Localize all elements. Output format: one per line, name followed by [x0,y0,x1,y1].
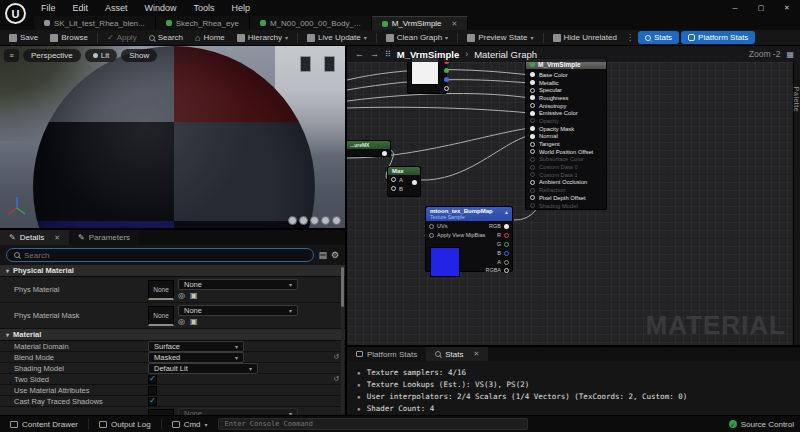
show-flags-button[interactable]: Show [121,49,157,62]
input-pin-mipbias[interactable] [429,233,434,238]
tab-parameters[interactable]: ✎ Parameters [69,230,139,245]
preview-state-button[interactable]: Preview State [462,31,538,44]
section-material[interactable]: ▾Material [0,329,345,341]
tab-m-vrmsimple[interactable]: M_VrmSimple ✕ [372,16,469,30]
output-pin-b[interactable] [504,251,509,256]
source-control-button[interactable]: Source Control [741,420,794,429]
section-physical-material[interactable]: ▾Physical Material [0,265,345,277]
menu-asset[interactable]: Asset [98,1,135,15]
clean-graph-button[interactable]: Clean Graph [381,31,453,44]
close-window-button[interactable]: ✕ [774,1,800,15]
custom-mesh-preview-button[interactable] [332,216,341,225]
output-pin-a[interactable] [504,260,509,265]
close-stats-icon[interactable]: ✕ [473,350,479,358]
use-selected-asset-icon[interactable]: ◎ [178,292,185,300]
tab-details[interactable]: ✎ Details ✕ [0,230,69,245]
console-command-box[interactable] [218,418,528,430]
output-pin-g[interactable] [444,68,449,73]
max-node[interactable]: Max A B [387,166,421,197]
browse-asset-icon[interactable]: ▣ [190,318,198,326]
pin-normal[interactable] [530,134,535,139]
minimize-button[interactable]: ─ [722,1,748,15]
use-selected-asset-icon[interactable]: ◎ [178,318,185,326]
reset-to-default-icon[interactable]: ↺ [333,353,339,361]
close-tab-icon[interactable]: ✕ [452,20,458,28]
back-arrow-icon[interactable]: ← [355,49,364,59]
pin-ambient-occlusion[interactable] [530,180,535,185]
phys-material-mask-dropdown[interactable]: None▾ [178,305,298,316]
console-command-input[interactable] [225,420,521,428]
pin-roughness[interactable] [530,95,535,100]
menu-file[interactable]: File [34,1,63,15]
cmd-selector[interactable]: Cmd▾ [168,420,212,429]
output-pin-g[interactable] [504,242,509,247]
details-scrollbar[interactable] [341,267,344,413]
breadcrumb-material[interactable]: M_VrmSimple [397,49,459,60]
stats-toggle-button[interactable]: Stats [638,31,679,44]
output-pin[interactable] [412,180,417,185]
menu-help[interactable]: Help [225,1,258,15]
blend-mode-dropdown[interactable]: Masked▾ [148,352,244,363]
output-log-button[interactable]: Output Log [95,420,155,429]
material-preview-viewport[interactable]: ≡ Perspective Lit Show [0,46,345,228]
shading-model-dropdown[interactable]: Default Lit▾ [148,363,258,374]
hierarchy-button[interactable]: Hierarchy [232,31,293,44]
function-node-partial[interactable]: ...ureMX [347,140,391,157]
hide-unrelated-button[interactable]: Hide Unrelated [548,31,622,44]
tab-platform-stats[interactable]: Platform Stats [347,347,426,361]
save-button[interactable]: Save [4,31,43,44]
breadcrumb-material-graph[interactable]: Material Graph [474,49,537,60]
sphere-preview-button[interactable] [299,216,308,225]
menu-edit[interactable]: Edit [66,1,96,15]
pin-opacity-mask[interactable] [530,126,535,131]
tab-sk-lit-test-rhea[interactable]: SK_Lit_test_Rhea_blen... [34,16,156,30]
browse-button[interactable]: Browse [45,31,93,44]
output-pin-b[interactable] [444,77,449,82]
tab-m-n00-body[interactable]: M_N00_000_00_Body_... [250,16,372,30]
pin-specular[interactable] [530,88,535,93]
pin-metallic[interactable] [530,80,535,85]
material-result-node[interactable]: M_VrmSimple Base Color Metallic Specular… [525,58,607,210]
collapse-node-icon[interactable]: ▲ [504,209,509,215]
display-filter-icon[interactable]: ▤ [318,250,327,260]
search-button[interactable]: Search [144,31,188,44]
forward-arrow-icon[interactable]: → [370,49,379,59]
output-pin-a[interactable] [444,86,449,91]
input-pin-b[interactable] [391,186,396,191]
reset-to-default-icon[interactable]: ↺ [333,375,339,383]
phys-material-thumbnail[interactable]: None [148,280,174,300]
pin-world-position-offset[interactable] [530,149,535,154]
platform-stats-toggle-button[interactable]: Platform Stats [681,31,755,44]
view-mode-selector[interactable]: Lit [85,49,117,62]
palette-side-tab[interactable]: Palette [793,62,800,345]
details-search-box[interactable] [6,248,314,262]
phys-material-mask-thumbnail[interactable]: None [148,306,174,326]
output-pin-rgba[interactable] [504,268,509,273]
cylinder-preview-button[interactable] [288,216,297,225]
live-update-button[interactable]: Live Update [302,31,372,44]
input-pin-a[interactable] [391,177,396,182]
apply-button[interactable]: ✓Apply [102,31,142,44]
material-domain-dropdown[interactable]: Surface▾ [148,341,244,352]
maximize-button[interactable]: ▢ [748,1,774,15]
output-pin-r[interactable] [504,233,509,238]
pin-tangent[interactable] [530,142,535,147]
input-pin-uvs[interactable] [429,224,434,229]
details-search-input[interactable] [24,251,306,260]
pin-emissive-color[interactable] [530,111,535,116]
viewport-menu-icon[interactable]: ≡ [4,49,19,62]
tab-skech-rhea-eye[interactable]: Skech_Rhea_eye [156,16,250,30]
material-graph-canvas[interactable]: ← → ⠿ M_VrmSimple › Material Graph Zoom … [347,46,800,345]
home-button[interactable]: ⌂Home [190,31,230,44]
phys-material-dropdown[interactable]: None▾ [178,279,298,290]
plane-preview-button[interactable] [310,216,319,225]
menu-tools[interactable]: Tools [187,1,222,15]
output-pin-rgb[interactable] [504,224,509,229]
grid-settings-icon[interactable]: ▦ [786,50,794,59]
texture-sample-node-bumpmap[interactable]: mtoon_tex_BumpMap Texture Sample ▲ UVs A… [425,206,513,272]
pin-base-color[interactable] [530,72,535,77]
two-sided-checkbox[interactable] [148,375,157,384]
output-pin[interactable] [382,151,387,156]
menu-window[interactable]: Window [138,1,184,15]
pin-pixel-depth-offset[interactable] [530,195,535,200]
